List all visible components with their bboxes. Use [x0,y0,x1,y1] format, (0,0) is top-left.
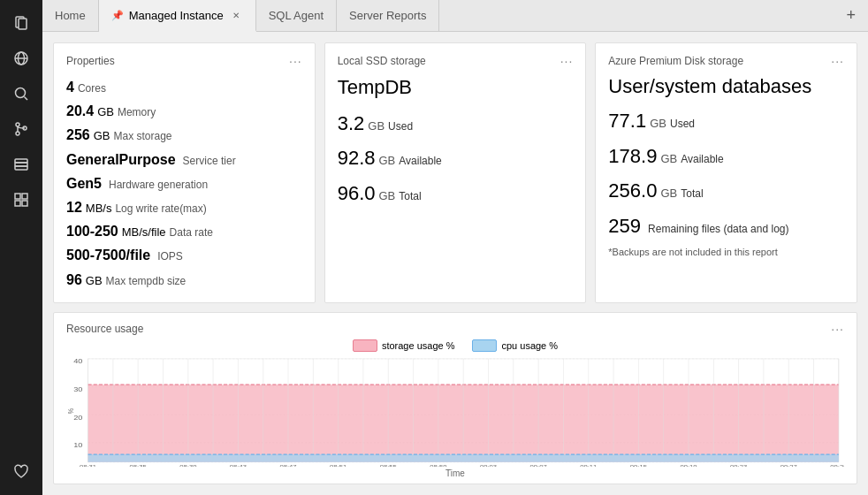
svg-point-7 [16,123,19,126]
prop-cores-value: 4 [66,75,74,99]
main-area: Home 📌 Managed Instance ✕ SQL Agent Serv… [42,0,868,495]
tab-managed-instance-label: Managed Instance [129,9,224,22]
local-ssd-available: 92.8 GB Available [338,141,574,176]
tab-home[interactable]: Home [42,0,99,31]
database-icon[interactable] [5,148,37,180]
branch-icon[interactable] [5,113,37,145]
pin-icon: 📌 [111,10,124,21]
svg-text:20: 20 [73,414,83,421]
chart-area: 40 30 20 10 % [66,355,844,467]
svg-text:08:43: 08:43 [230,463,247,467]
local-ssd-used: 3.2 GB Used [338,106,574,141]
prop-data-rate: 100-250 MB/s/file Data rate [66,219,302,243]
chart-svg: 40 30 20 10 % [66,355,844,467]
svg-text:08:35: 08:35 [130,463,147,467]
prop-tempdb-size: 96 GB Max tempdb size [66,268,302,292]
storage-swatch [353,339,377,352]
svg-text:09:23: 09:23 [730,463,747,467]
grid-icon[interactable] [5,184,37,216]
azure-disk-card: Azure Premium Disk storage ··· User/syst… [595,42,857,303]
properties-menu[interactable]: ··· [289,54,302,68]
heart-icon[interactable] [5,456,37,488]
azure-used: 77.1 GB Used [608,103,844,139]
prop-max-storage-value: 256 [66,123,90,147]
local-ssd-available-value: 92.8 [338,141,376,176]
tab-sql-agent[interactable]: SQL Agent [256,0,337,31]
prop-log-write-value: 12 [66,195,82,219]
svg-text:%: % [66,407,75,414]
prop-data-rate-value: 100-250 [66,219,118,243]
svg-text:09:19: 09:19 [680,463,697,467]
properties-card: Properties ··· 4 Cores 20.4 GB Memory 25… [53,42,316,303]
svg-rect-15 [22,194,27,199]
content-area: Properties ··· 4 Cores 20.4 GB Memory 25… [42,32,868,495]
x-axis-label: Time [66,468,844,478]
resource-usage-title: Resource usage [66,323,143,335]
svg-text:09:15: 09:15 [630,463,647,467]
azure-available-value: 178.9 [608,139,657,174]
svg-text:09:29: 09:29 [830,463,844,467]
tab-server-reports-label: Server Reports [349,9,426,22]
local-ssd-title: Local SSD storage [338,55,426,67]
azure-disk-title: Azure Premium Disk storage [608,55,743,67]
cards-row: Properties ··· 4 Cores 20.4 GB Memory 25… [53,42,857,303]
prop-log-write: 12 MB/s Log write rate(max) [66,195,302,219]
svg-text:08:51: 08:51 [330,463,346,467]
tab-close-icon[interactable]: ✕ [229,8,243,22]
svg-text:09:27: 09:27 [780,463,797,467]
prop-tempdb-size-value: 96 [66,268,82,292]
tab-home-label: Home [55,9,86,22]
prop-iops-value: 500-7500/file [66,243,150,267]
svg-text:08:55: 08:55 [380,463,397,467]
azure-used-value: 77.1 [608,103,646,139]
azure-disk-db-title: User/system databases [608,75,844,98]
prop-hw-gen-value: Gen5 [66,171,102,195]
svg-rect-1 [19,19,27,29]
properties-title: Properties [66,55,115,67]
tab-managed-instance[interactable]: 📌 Managed Instance ✕ [99,0,256,32]
local-ssd-total-value: 96.0 [338,176,376,211]
svg-rect-13 [15,166,27,170]
resource-usage-menu[interactable]: ··· [831,322,844,336]
prop-iops: 500-7500/file IOPS [66,243,302,267]
svg-text:08:59: 08:59 [430,463,446,467]
svg-rect-16 [15,201,20,206]
pages-icon[interactable] [5,7,37,39]
chart-header: Resource usage ··· [66,322,844,336]
svg-rect-17 [22,201,27,206]
local-ssd-card: Local SSD storage ··· TempDB 3.2 GB Used… [324,42,587,303]
local-ssd-menu[interactable]: ··· [560,54,574,68]
chart-legend: storage usage % cpu usage % [66,339,844,352]
tab-sql-agent-label: SQL Agent [269,9,324,22]
prop-cores: 4 Cores [66,75,302,99]
prop-memory: 20.4 GB Memory [66,99,302,123]
local-ssd-db-title: TempDB [338,75,574,101]
prop-service-tier-value: GeneralPurpose [66,148,176,171]
search-icon[interactable] [5,78,37,110]
prop-service-tier: GeneralPurpose Service tier [66,148,302,171]
prop-hw-gen: Gen5 Hardware generation [66,171,302,195]
legend-storage: storage usage % [353,339,455,352]
add-tab-button[interactable]: + [834,0,868,31]
azure-available: 178.9 GB Available [608,139,844,174]
sidebar [0,0,42,495]
svg-text:09:03: 09:03 [480,463,497,467]
svg-point-8 [16,132,19,135]
cpu-swatch [472,339,497,352]
legend-storage-label: storage usage % [382,340,455,351]
svg-text:09:11: 09:11 [580,463,597,467]
local-ssd-total: 96.0 GB Total [338,176,574,211]
prop-memory-value: 20.4 [66,99,94,123]
tab-server-reports[interactable]: Server Reports [337,0,439,31]
svg-rect-14 [15,194,20,199]
azure-total: 256.0 GB Total [608,173,844,209]
azure-disk-header: Azure Premium Disk storage ··· [608,54,844,68]
azure-remaining: 259 Remaining files (data and log) [608,209,844,244]
azure-disk-menu[interactable]: ··· [831,54,844,68]
globe-icon[interactable] [5,42,37,74]
svg-text:08:39: 08:39 [179,463,196,467]
svg-text:30: 30 [73,386,83,393]
svg-line-6 [25,97,28,101]
properties-card-header: Properties ··· [66,54,302,68]
local-ssd-header: Local SSD storage ··· [338,54,574,68]
